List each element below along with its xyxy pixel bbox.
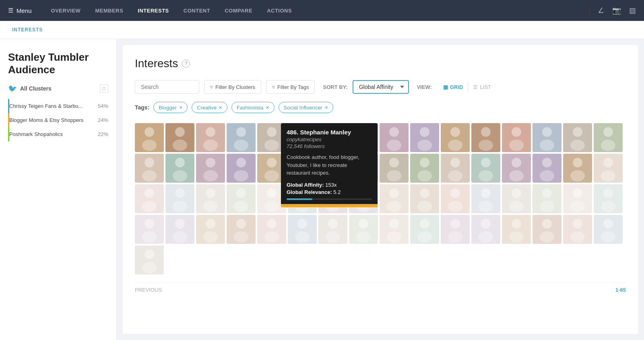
menu-button[interactable]: ☰ Menu <box>8 7 32 14</box>
grid-item[interactable] <box>227 184 256 213</box>
nav-interests[interactable]: INTERESTS <box>130 0 176 21</box>
nav-actions[interactable]: ACTIONS <box>260 0 299 21</box>
grid-item[interactable] <box>165 154 194 183</box>
previous-button[interactable]: PREVIOUS <box>135 287 162 293</box>
cluster-copy-button[interactable]: □ <box>100 84 108 93</box>
nav-content[interactable]: CONTENT <box>176 0 217 21</box>
cluster-item-pct: 24% <box>98 117 108 123</box>
grid-item[interactable] <box>410 154 439 183</box>
grid-item[interactable] <box>165 123 194 152</box>
sort-select[interactable]: Global Affinity Local Affinity Followers <box>353 80 409 94</box>
filter-tags-button[interactable]: ▿ Filter By Tags <box>266 80 315 94</box>
tag-blogger-remove[interactable]: × <box>179 104 182 111</box>
person-avatar-svg <box>227 215 256 244</box>
grid-item[interactable] <box>227 123 256 152</box>
grid-item[interactable] <box>471 154 500 183</box>
tag-fashionista-remove[interactable]: × <box>266 104 269 111</box>
grid-item[interactable] <box>502 184 531 213</box>
grid-item[interactable] <box>563 184 592 213</box>
tooltip-global-affinity: Global Affinity: 153x <box>287 182 372 188</box>
grid-item[interactable] <box>196 123 225 152</box>
grid-item[interactable] <box>165 215 194 244</box>
grid-item[interactable] <box>196 154 225 183</box>
svg-point-105 <box>203 201 218 212</box>
tag-creative[interactable]: Creative × <box>192 102 227 113</box>
grid-item[interactable] <box>318 215 347 244</box>
cluster-item-chrissy[interactable]: Chrissy Teigen Fans & Starbu... 54% <box>8 99 108 113</box>
grid-item[interactable] <box>227 154 256 183</box>
cluster-item-poshmark[interactable]: Poshmark Shopaholics 22% <box>8 127 108 141</box>
tooltip-person-name: Stephanie Manley <box>300 129 351 136</box>
grid-item[interactable] <box>471 184 500 213</box>
nav-compare[interactable]: COMPARE <box>217 0 260 21</box>
grid-item[interactable] <box>563 215 592 244</box>
grid-item[interactable] <box>380 154 409 183</box>
grid-item[interactable] <box>196 215 225 244</box>
svg-point-5 <box>173 140 187 151</box>
grid-view-button[interactable]: ▦ GRID <box>438 81 468 93</box>
svg-point-165 <box>326 231 340 243</box>
grid-item[interactable] <box>441 123 470 152</box>
nav-overview[interactable]: OVERVIEW <box>44 0 88 21</box>
person-avatar-svg <box>135 184 164 213</box>
grid-item[interactable] <box>594 154 623 183</box>
camera-icon[interactable]: 📷 <box>612 6 621 15</box>
grid-item[interactable] <box>135 123 164 152</box>
share-icon[interactable]: ∠ <box>598 6 604 15</box>
grid-item[interactable] <box>410 215 439 244</box>
grid-item[interactable] <box>563 123 592 152</box>
grid-item[interactable] <box>380 123 409 152</box>
person-avatar-svg <box>594 123 623 152</box>
grid-item[interactable] <box>135 184 164 213</box>
grid-item[interactable] <box>441 215 470 244</box>
person-avatar-svg <box>533 154 561 183</box>
grid-item[interactable] <box>471 123 500 152</box>
svg-point-146 <box>144 219 154 229</box>
grid-item[interactable] <box>380 215 409 244</box>
tag-fashionista[interactable]: Fashionista × <box>231 102 275 113</box>
list-view-button[interactable]: ☰ LIST <box>468 81 495 93</box>
grid-item[interactable] <box>594 215 623 244</box>
grid-item[interactable] <box>349 215 378 244</box>
interests-grid <box>135 123 626 274</box>
grid-item[interactable] <box>594 123 623 152</box>
grid-item[interactable] <box>227 215 256 244</box>
grid-item[interactable] <box>410 184 439 213</box>
grid-item[interactable] <box>196 184 225 213</box>
grid-item[interactable] <box>533 123 561 152</box>
grid-item[interactable] <box>441 154 470 183</box>
tag-blogger[interactable]: Blogger × <box>153 102 188 113</box>
filter-clusters-button[interactable]: ▿ Filter By Clusters <box>204 80 261 94</box>
grid-item[interactable] <box>502 154 531 183</box>
grid-item[interactable] <box>502 123 531 152</box>
grid-item[interactable] <box>533 184 561 213</box>
help-icon[interactable]: ? <box>182 60 190 68</box>
chart-icon[interactable]: ▨ <box>629 6 636 15</box>
grid-item[interactable] <box>533 215 561 244</box>
grid-item[interactable] <box>563 154 592 183</box>
grid-item[interactable] <box>135 154 164 183</box>
grid-item[interactable] <box>135 215 164 244</box>
cluster-item-blogger[interactable]: Blogger Moms & Etsy Shoppers 24% <box>8 113 108 127</box>
tag-social-influencer[interactable]: Social Influencer × <box>279 102 333 113</box>
svg-point-192 <box>601 231 615 243</box>
grid-item[interactable] <box>471 215 500 244</box>
search-input[interactable] <box>135 80 199 94</box>
grid-item[interactable] <box>594 184 623 213</box>
sidebar: Stanley Tumbler Audience 🐦 All Clusters … <box>0 39 117 340</box>
grid-item[interactable] <box>380 184 409 213</box>
grid-item[interactable] <box>135 245 164 274</box>
tag-social-influencer-remove[interactable]: × <box>325 104 328 111</box>
nav-members[interactable]: MEMBERS <box>88 0 130 21</box>
grid-item[interactable] <box>533 154 561 183</box>
grid-item[interactable] <box>502 215 531 244</box>
tag-blogger-label: Blogger <box>159 105 177 111</box>
grid-item[interactable] <box>288 215 317 244</box>
grid-item[interactable] <box>441 184 470 213</box>
person-avatar-svg <box>533 123 561 152</box>
grid-item[interactable] <box>165 184 194 213</box>
svg-point-27 <box>387 140 401 151</box>
tag-creative-remove[interactable]: × <box>219 104 222 111</box>
grid-item[interactable] <box>410 123 439 152</box>
grid-item[interactable] <box>257 215 286 244</box>
